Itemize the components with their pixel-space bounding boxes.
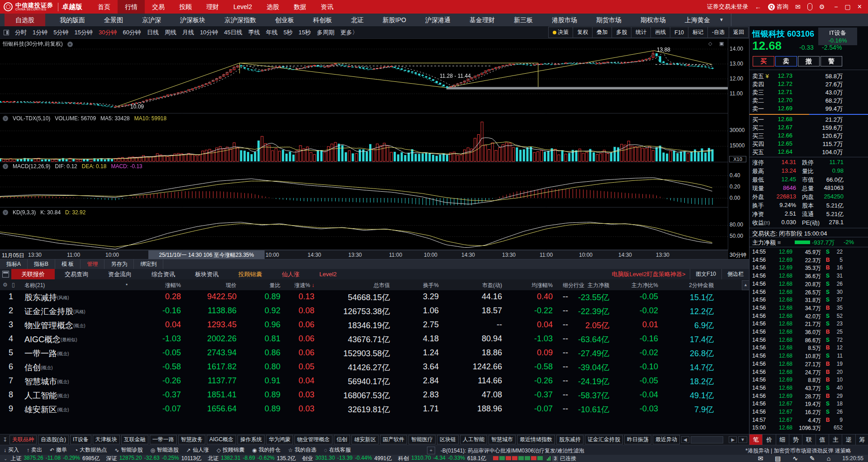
nav-tab-上海黄金[interactable]: 上海黄金 xyxy=(680,14,715,26)
sector-tab-信创[interactable]: 信创 xyxy=(334,435,350,444)
tick-tab-笔[interactable]: 笔 xyxy=(749,434,762,445)
action-投顾锦囊[interactable]: ◇投顾锦囊 xyxy=(217,446,244,454)
action-大数据热点[interactable]: ◔大数据热点 xyxy=(75,446,107,454)
action-在线客服[interactable]: ◌在线客服 xyxy=(324,446,351,454)
tab-综合资讯[interactable]: 综合资讯 xyxy=(142,269,185,279)
sector-tab-昨日振荡[interactable]: 昨日振荡 xyxy=(624,435,651,444)
sector-tab-股东减持[interactable]: 股东减持 xyxy=(556,435,583,444)
table-row[interactable]: 8人工智能(概念)-0.371851.410.890.03168067.53亿2… xyxy=(0,388,728,402)
sector-tab-最近情绪指数[interactable]: 最近情绪指数 xyxy=(517,435,555,444)
table-scroll-up-icon[interactable]: ▲ xyxy=(742,280,749,290)
mail-icon[interactable]: ✉ xyxy=(758,455,763,462)
indicator-绑定到[interactable]: 绑定到 xyxy=(134,259,163,269)
trade-button-买[interactable]: 买 xyxy=(753,56,774,66)
nav-tab-沪深板块[interactable]: 沪深板块 xyxy=(175,14,210,26)
tool-复权[interactable]: 复权 xyxy=(573,27,592,38)
book-row[interactable]: 买二12.67159.6万 xyxy=(749,124,868,132)
document-icon[interactable]: ▤ xyxy=(775,455,781,462)
diamond-icon[interactable]: ◇ xyxy=(708,41,712,47)
sector-tab-智慧城市[interactable]: 智慧城市 xyxy=(489,435,516,444)
tool-标记[interactable]: 标记 xyxy=(688,27,707,38)
indicator-指标A[interactable]: 指标A xyxy=(0,259,28,269)
menu-item-选股[interactable]: 选股 xyxy=(259,0,286,14)
col-header-主力净比%[interactable]: 主力净比% xyxy=(613,282,658,289)
gear-icon[interactable]: ⚙ xyxy=(819,4,825,10)
tool-F10[interactable]: F10 xyxy=(670,27,688,38)
tab-投顾锦囊[interactable]: 投顾锦囊 xyxy=(228,269,272,279)
sector-tab-一带一路[interactable]: 一带一路 xyxy=(150,435,177,444)
trade-button-撤[interactable]: 撤 xyxy=(798,56,820,66)
tool-统计[interactable]: 统计 xyxy=(631,27,650,38)
menu-item-数据[interactable]: 数据 xyxy=(286,0,313,14)
col-header-2分钟金额[interactable]: 2分钟金额 xyxy=(660,282,714,289)
scroll-right-icon[interactable]: ▶ xyxy=(729,436,737,443)
collapse-icon[interactable]: ∨ xyxy=(3,164,8,169)
sector-tab-操作系统[interactable]: 操作系统 xyxy=(237,435,265,444)
table-row[interactable]: 9雄安新区(概念)-0.071656.640.890.0332619.81亿1.… xyxy=(0,402,728,416)
collapse-icon[interactable]: ∨ xyxy=(3,116,8,121)
maximize-button[interactable]: ▢ xyxy=(844,4,850,10)
tick-row[interactable]: 14:5612.6716.2万S26 xyxy=(749,409,868,416)
tick-row[interactable]: 14:5612.6886.6万S72 xyxy=(749,337,868,344)
sector-tab-智慧政务[interactable]: 智慧政务 xyxy=(178,435,205,444)
book-row[interactable]: 卖四12.7227.6万 xyxy=(749,80,868,89)
col-header-量比[interactable]: 量比 xyxy=(247,282,280,289)
nav-tab-全景图[interactable]: 全景图 xyxy=(100,14,128,26)
nav-more-caret-icon[interactable]: ▼ xyxy=(715,14,728,26)
period-更多〉[interactable]: 更多〉 xyxy=(341,28,358,37)
indicator-指标B[interactable]: 指标B xyxy=(28,259,55,269)
col-header-市盈(动)[interactable]: 市盈(动) xyxy=(452,282,502,289)
period-年线[interactable]: 年线 xyxy=(266,28,278,37)
tick-row[interactable]: 14:5612.688.5万B12 xyxy=(749,344,868,352)
period-日线[interactable]: 日线 xyxy=(147,28,159,37)
tick-row[interactable]: 14:5612.6843.7万S40 xyxy=(749,385,868,392)
action-智能诊股[interactable]: ∿智能诊股 xyxy=(114,446,142,454)
nav-tab-新股IPO[interactable]: 新股IPO xyxy=(378,14,411,26)
book-row[interactable]: 卖五 ¥12.7358.8万 xyxy=(749,72,868,80)
action-撤单[interactable]: ↶撤单 xyxy=(50,446,67,454)
mail-icon[interactable]: ✉ xyxy=(795,4,801,10)
sector-badge[interactable]: IT设备 -0.16% xyxy=(818,28,857,45)
tick-row[interactable]: 14:5612.6824.7万B20 xyxy=(749,369,868,377)
nav-tab-创业板[interactable]: 创业板 xyxy=(270,14,299,26)
period-1分钟[interactable]: 1分钟 xyxy=(33,28,47,37)
table-row[interactable]: 6信创(概念)-0.581617.820.800.0541426.27亿3.64… xyxy=(0,360,728,374)
sector-tab-雄安新区[interactable]: 雄安新区 xyxy=(351,435,379,444)
nav-tab-京沪深指数[interactable]: 京沪深指数 xyxy=(220,14,261,26)
consult-button[interactable]: Q 咨询 xyxy=(768,3,788,11)
scroll-left-icon[interactable]: ◀ xyxy=(681,436,689,443)
tick-row[interactable]: 14:5612.6827.1万B19 xyxy=(749,361,868,368)
period-10分钟[interactable]: 10分钟 xyxy=(200,28,218,37)
sector-tab-国产软件[interactable]: 国产软件 xyxy=(380,435,407,444)
tick-row[interactable]: 14:5612.6836.0万B25 xyxy=(749,329,868,336)
col-header-总市值[interactable]: 总市值 xyxy=(317,282,390,289)
tick-row[interactable]: 14:5612.6935.3万B16 xyxy=(749,264,868,272)
connection-status[interactable]: 3 已连接 xyxy=(547,455,576,462)
tab-Level2[interactable]: Level2 xyxy=(309,269,346,279)
period-15分钟[interactable]: 15分钟 xyxy=(74,28,92,37)
tick-row[interactable]: 14:5512.6945.9万S22 xyxy=(749,249,868,256)
back-icon[interactable]: ← xyxy=(755,4,761,10)
sector-more-icon[interactable]: ▼ xyxy=(738,436,747,443)
nav-tab-期权市场[interactable]: 期权市场 xyxy=(636,14,670,26)
sector-tab-证金汇金持股[interactable]: 证金汇金持股 xyxy=(585,435,623,444)
tool-叠加[interactable]: 叠加 xyxy=(592,27,612,38)
sector-tab-物业管理概念[interactable]: 物业管理概念 xyxy=(294,435,332,444)
action-卖出[interactable]: ↑卖出 xyxy=(27,446,42,454)
pin-icon[interactable]: ↧ xyxy=(3,437,7,443)
tab-板块资讯[interactable]: 板块资讯 xyxy=(185,269,228,279)
nav-tab-基金理财[interactable]: 基金理财 xyxy=(465,14,499,26)
tick-tab-筹[interactable]: 筹 xyxy=(855,434,868,445)
action-智能选股[interactable]: ◎智能选股 xyxy=(150,446,178,454)
pen-icon[interactable]: ✎ xyxy=(810,455,815,462)
col-header-涨速%[interactable]: 涨速% ↓ xyxy=(283,282,314,289)
tick-row[interactable]: 14:5612.6820.8万S26 xyxy=(749,281,868,288)
table-row[interactable]: 3物业管理概念(概念)0.041293.450.960.0618346.19亿2… xyxy=(0,318,728,332)
tool-多股[interactable]: 多股 xyxy=(612,27,631,38)
col-header-现价[interactable]: 现价 xyxy=(191,282,237,289)
close-button[interactable]: × xyxy=(858,3,862,10)
tool-决策[interactable]: 决策 xyxy=(549,27,573,38)
layout-toggle-icon[interactable] xyxy=(4,30,9,35)
tick-tab-势[interactable]: 势 xyxy=(789,434,802,445)
period-30分钟[interactable]: 30分钟 xyxy=(99,28,117,37)
